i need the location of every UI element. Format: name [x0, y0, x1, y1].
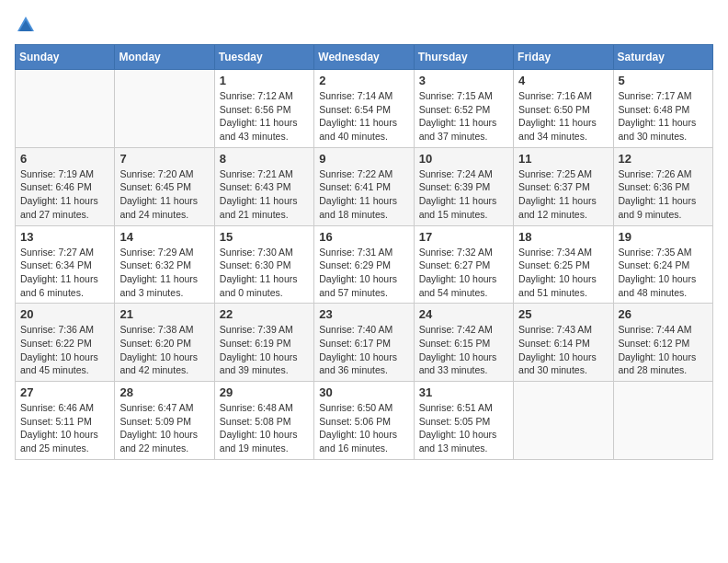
day-info: Sunrise: 7:14 AM Sunset: 6:54 PM Dayligh… — [319, 89, 408, 144]
calendar-col-header: Saturday — [613, 45, 712, 70]
day-info: Sunrise: 7:34 AM Sunset: 6:25 PM Dayligh… — [518, 246, 608, 300]
day-number: 2 — [319, 74, 408, 87]
calendar-col-header: Wednesday — [314, 45, 414, 70]
day-info: Sunrise: 7:22 AM Sunset: 6:41 PM Dayligh… — [319, 167, 408, 222]
calendar-cell: 21Sunrise: 7:38 AM Sunset: 6:20 PM Dayli… — [115, 304, 214, 382]
day-number: 17 — [419, 230, 508, 244]
day-info: Sunrise: 7:27 AM Sunset: 6:34 PM Dayligh… — [20, 246, 109, 300]
logo-icon — [16, 15, 36, 35]
calendar-cell: 22Sunrise: 7:39 AM Sunset: 6:19 PM Dayli… — [214, 304, 313, 382]
day-number: 13 — [20, 230, 109, 244]
calendar-cell: 4Sunrise: 7:16 AM Sunset: 6:50 PM Daylig… — [514, 70, 613, 148]
calendar-col-header: Friday — [514, 45, 613, 70]
calendar-cell: 28Sunrise: 6:47 AM Sunset: 5:09 PM Dayli… — [115, 382, 214, 460]
day-info: Sunrise: 6:51 AM Sunset: 5:05 PM Dayligh… — [419, 401, 508, 455]
calendar-col-header: Monday — [115, 45, 214, 70]
calendar-cell: 12Sunrise: 7:26 AM Sunset: 6:36 PM Dayli… — [613, 147, 712, 225]
calendar-cell — [514, 382, 613, 460]
calendar-cell: 26Sunrise: 7:44 AM Sunset: 6:12 PM Dayli… — [613, 304, 712, 382]
calendar-cell: 19Sunrise: 7:35 AM Sunset: 6:24 PM Dayli… — [613, 225, 712, 304]
day-number: 5 — [619, 74, 708, 87]
day-info: Sunrise: 7:12 AM Sunset: 6:56 PM Dayligh… — [220, 89, 309, 144]
day-number: 12 — [619, 152, 708, 166]
day-info: Sunrise: 7:32 AM Sunset: 6:27 PM Dayligh… — [419, 246, 508, 300]
calendar-table: SundayMondayTuesdayWednesdayThursdayFrid… — [15, 44, 713, 460]
calendar-week-row: 27Sunrise: 6:46 AM Sunset: 5:11 PM Dayli… — [16, 382, 713, 460]
calendar-week-row: 20Sunrise: 7:36 AM Sunset: 6:22 PM Dayli… — [16, 304, 713, 382]
calendar-cell: 14Sunrise: 7:29 AM Sunset: 6:32 PM Dayli… — [115, 225, 214, 304]
day-info: Sunrise: 7:43 AM Sunset: 6:14 PM Dayligh… — [518, 323, 608, 377]
calendar-cell: 11Sunrise: 7:25 AM Sunset: 6:37 PM Dayli… — [514, 147, 613, 225]
day-number: 7 — [119, 152, 209, 166]
calendar-cell: 5Sunrise: 7:17 AM Sunset: 6:48 PM Daylig… — [613, 70, 712, 148]
calendar-week-row: 1Sunrise: 7:12 AM Sunset: 6:56 PM Daylig… — [16, 70, 713, 148]
calendar-cell: 9Sunrise: 7:22 AM Sunset: 6:41 PM Daylig… — [314, 147, 414, 225]
day-number: 8 — [220, 152, 309, 166]
calendar-header-row: SundayMondayTuesdayWednesdayThursdayFrid… — [16, 45, 713, 70]
calendar-cell: 25Sunrise: 7:43 AM Sunset: 6:14 PM Dayli… — [514, 304, 613, 382]
day-info: Sunrise: 7:35 AM Sunset: 6:24 PM Dayligh… — [619, 246, 708, 300]
day-info: Sunrise: 7:39 AM Sunset: 6:19 PM Dayligh… — [220, 323, 309, 377]
day-info: Sunrise: 7:21 AM Sunset: 6:43 PM Dayligh… — [220, 167, 309, 222]
day-number: 29 — [220, 385, 309, 399]
day-number: 25 — [518, 307, 608, 321]
day-number: 28 — [119, 385, 209, 399]
calendar-col-header: Sunday — [16, 45, 115, 70]
day-info: Sunrise: 7:24 AM Sunset: 6:39 PM Dayligh… — [419, 167, 508, 222]
calendar-cell: 30Sunrise: 6:50 AM Sunset: 5:06 PM Dayli… — [314, 382, 414, 460]
calendar-cell: 20Sunrise: 7:36 AM Sunset: 6:22 PM Dayli… — [16, 304, 115, 382]
day-number: 14 — [119, 230, 209, 244]
calendar-cell: 8Sunrise: 7:21 AM Sunset: 6:43 PM Daylig… — [214, 147, 313, 225]
day-number: 22 — [220, 307, 309, 321]
day-number: 9 — [319, 152, 408, 166]
calendar-cell: 29Sunrise: 6:48 AM Sunset: 5:08 PM Dayli… — [214, 382, 313, 460]
calendar-cell: 24Sunrise: 7:42 AM Sunset: 6:15 PM Dayli… — [414, 304, 513, 382]
day-info: Sunrise: 7:38 AM Sunset: 6:20 PM Dayligh… — [119, 323, 209, 377]
day-number: 20 — [20, 307, 109, 321]
calendar-cell: 3Sunrise: 7:15 AM Sunset: 6:52 PM Daylig… — [414, 70, 513, 148]
day-info: Sunrise: 7:19 AM Sunset: 6:46 PM Dayligh… — [20, 167, 109, 222]
calendar-cell: 6Sunrise: 7:19 AM Sunset: 6:46 PM Daylig… — [16, 147, 115, 225]
day-number: 21 — [119, 307, 209, 321]
day-number: 27 — [20, 385, 109, 399]
day-number: 10 — [419, 152, 508, 166]
calendar-cell: 7Sunrise: 7:20 AM Sunset: 6:45 PM Daylig… — [115, 147, 214, 225]
day-info: Sunrise: 7:36 AM Sunset: 6:22 PM Dayligh… — [20, 323, 109, 377]
calendar-cell — [613, 382, 712, 460]
calendar-cell — [115, 70, 214, 148]
day-info: Sunrise: 7:25 AM Sunset: 6:37 PM Dayligh… — [518, 167, 608, 222]
day-number: 16 — [319, 230, 408, 244]
calendar-cell: 13Sunrise: 7:27 AM Sunset: 6:34 PM Dayli… — [16, 225, 115, 304]
day-number: 30 — [319, 385, 408, 399]
day-number: 26 — [619, 307, 708, 321]
calendar-cell: 1Sunrise: 7:12 AM Sunset: 6:56 PM Daylig… — [214, 70, 313, 148]
day-info: Sunrise: 7:16 AM Sunset: 6:50 PM Dayligh… — [518, 89, 608, 144]
day-info: Sunrise: 7:26 AM Sunset: 6:36 PM Dayligh… — [619, 167, 708, 222]
calendar-cell: 23Sunrise: 7:40 AM Sunset: 6:17 PM Dayli… — [314, 304, 414, 382]
page-header — [15, 15, 713, 35]
calendar-cell: 31Sunrise: 6:51 AM Sunset: 5:05 PM Dayli… — [414, 382, 513, 460]
day-info: Sunrise: 6:50 AM Sunset: 5:06 PM Dayligh… — [319, 401, 408, 455]
calendar-cell: 18Sunrise: 7:34 AM Sunset: 6:25 PM Dayli… — [514, 225, 613, 304]
day-number: 11 — [518, 152, 608, 166]
calendar-cell: 15Sunrise: 7:30 AM Sunset: 6:30 PM Dayli… — [214, 225, 313, 304]
day-number: 31 — [419, 385, 508, 399]
day-number: 23 — [319, 307, 408, 321]
day-number: 3 — [419, 74, 508, 87]
calendar-cell: 16Sunrise: 7:31 AM Sunset: 6:29 PM Dayli… — [314, 225, 414, 304]
day-info: Sunrise: 7:29 AM Sunset: 6:32 PM Dayligh… — [119, 246, 209, 300]
logo — [15, 15, 37, 35]
day-info: Sunrise: 7:15 AM Sunset: 6:52 PM Dayligh… — [419, 89, 508, 144]
day-info: Sunrise: 7:44 AM Sunset: 6:12 PM Dayligh… — [619, 323, 708, 377]
day-info: Sunrise: 7:30 AM Sunset: 6:30 PM Dayligh… — [220, 246, 309, 300]
day-info: Sunrise: 6:46 AM Sunset: 5:11 PM Dayligh… — [20, 401, 109, 455]
calendar-col-header: Tuesday — [214, 45, 313, 70]
day-number: 4 — [518, 74, 608, 87]
day-info: Sunrise: 7:17 AM Sunset: 6:48 PM Dayligh… — [619, 89, 708, 144]
calendar-week-row: 6Sunrise: 7:19 AM Sunset: 6:46 PM Daylig… — [16, 147, 713, 225]
day-number: 24 — [419, 307, 508, 321]
calendar-cell: 27Sunrise: 6:46 AM Sunset: 5:11 PM Dayli… — [16, 382, 115, 460]
day-number: 18 — [518, 230, 608, 244]
calendar-cell: 10Sunrise: 7:24 AM Sunset: 6:39 PM Dayli… — [414, 147, 513, 225]
day-number: 6 — [20, 152, 109, 166]
